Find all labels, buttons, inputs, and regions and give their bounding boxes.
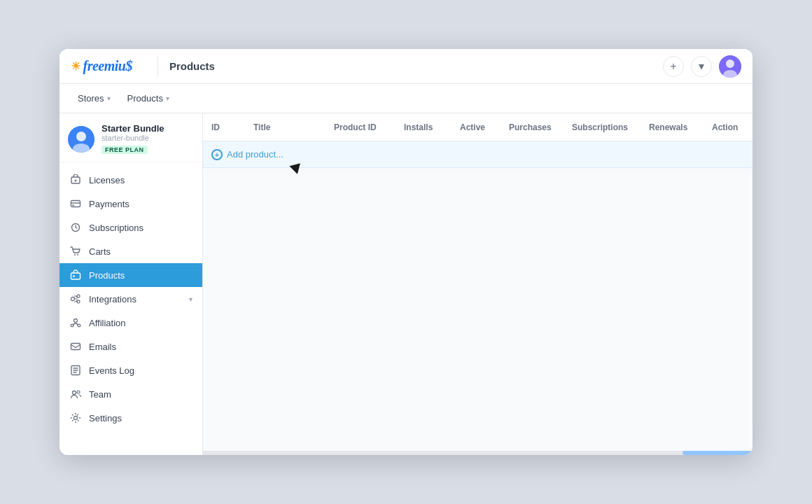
products-label: Products <box>127 93 163 104</box>
store-slug: starter-bundle <box>102 134 194 142</box>
secondary-nav: Stores ▾ Products ▾ <box>59 84 752 113</box>
licenses-icon <box>69 174 82 186</box>
products-nav-button[interactable]: Products ▾ <box>120 90 176 107</box>
th-id: ID <box>203 113 245 141</box>
svg-point-17 <box>77 300 80 303</box>
sidebar-item-team[interactable]: Team <box>59 382 202 406</box>
sidebar: Starter Bundle starter-bundle FREE PLAN … <box>59 113 203 455</box>
products-label: Products <box>89 270 192 281</box>
scrollbar-thumb[interactable] <box>682 451 752 455</box>
store-avatar-image <box>68 126 94 153</box>
sidebar-item-settings[interactable]: Settings <box>59 406 202 430</box>
subscriptions-icon <box>69 221 82 234</box>
svg-point-1 <box>726 59 734 68</box>
svg-rect-9 <box>72 205 74 206</box>
sidebar-item-payments[interactable]: Payments <box>59 192 202 216</box>
table-header: ID Title Product ID Installs Active Purc… <box>203 113 752 141</box>
settings-icon <box>69 412 82 424</box>
events-log-label: Events Log <box>89 365 192 376</box>
payments-icon <box>69 197 82 210</box>
payments-label: Payments <box>89 199 192 209</box>
integrations-label: Integrations <box>89 294 182 304</box>
store-info: Starter Bundle starter-bundle FREE PLAN <box>102 123 194 155</box>
products-chevron-icon: ▾ <box>166 94 169 102</box>
subscriptions-label: Subscriptions <box>89 223 192 233</box>
svg-point-24 <box>77 391 80 393</box>
sidebar-item-integrations[interactable]: Integrations ▾ <box>59 287 202 311</box>
th-active: Active <box>451 113 500 141</box>
products-icon <box>69 269 82 281</box>
svg-point-23 <box>73 391 76 395</box>
sidebar-item-affiliation[interactable]: Affiliation <box>59 311 202 335</box>
stores-label: Stores <box>78 93 104 104</box>
team-label: Team <box>89 389 192 400</box>
carts-label: Carts <box>89 246 192 257</box>
svg-point-25 <box>74 416 78 420</box>
svg-point-11 <box>74 254 76 255</box>
affiliation-icon <box>69 316 82 329</box>
events-log-icon <box>69 364 82 377</box>
avatar[interactable] <box>719 55 741 78</box>
svg-point-15 <box>71 298 75 301</box>
add-button[interactable]: + <box>663 56 684 77</box>
licenses-label: Licenses <box>89 175 192 186</box>
top-bar-right: + ▾ <box>663 55 741 78</box>
sidebar-item-licenses[interactable]: Licenses <box>59 168 202 192</box>
plus-circle-icon: + <box>211 149 223 160</box>
emails-label: Emails <box>89 342 192 352</box>
th-title: Title <box>245 113 326 141</box>
svg-rect-21 <box>71 344 80 350</box>
sidebar-item-subscriptions[interactable]: Subscriptions <box>59 216 202 239</box>
dropdown-button[interactable]: ▾ <box>691 56 712 77</box>
store-header: Starter Bundle starter-bundle FREE PLAN <box>59 113 202 162</box>
sidebar-menu: Licenses Payments Subscriptions <box>59 162 202 435</box>
th-action: Action <box>704 113 752 141</box>
logo: ☀ freemiu$ <box>71 58 132 74</box>
settings-label: Settings <box>89 413 192 424</box>
chevron-down-icon: ▾ <box>699 59 704 73</box>
svg-point-4 <box>76 132 86 141</box>
th-product-id: Product ID <box>326 113 396 141</box>
svg-point-16 <box>77 295 80 298</box>
top-bar: ☀ freemiu$ Products + ▾ <box>59 49 752 84</box>
stores-nav-button[interactable]: Stores ▾ <box>71 90 118 107</box>
store-name: Starter Bundle <box>102 123 194 134</box>
store-plan-badge: FREE PLAN <box>102 146 148 154</box>
carts-icon <box>69 245 82 258</box>
plus-icon: + <box>670 60 676 73</box>
integrations-chevron-icon: ▾ <box>189 295 192 303</box>
svg-rect-14 <box>73 275 75 277</box>
sidebar-item-carts[interactable]: Carts <box>59 239 202 263</box>
stores-chevron-icon: ▾ <box>107 94 111 102</box>
emails-icon <box>69 340 82 353</box>
page-title: Products <box>169 60 663 72</box>
logo-text: freemiu$ <box>83 58 132 74</box>
th-installs: Installs <box>396 113 451 141</box>
svg-point-20 <box>78 324 80 327</box>
svg-point-12 <box>77 254 78 255</box>
th-purchases: Purchases <box>500 113 564 141</box>
divider <box>158 57 158 76</box>
empty-table-area <box>203 168 752 451</box>
main-content: Starter Bundle starter-bundle FREE PLAN … <box>59 113 752 455</box>
add-product-button[interactable]: + Add product... <box>211 149 284 160</box>
team-icon <box>69 388 82 400</box>
svg-point-7 <box>75 180 77 182</box>
svg-point-19 <box>71 324 74 327</box>
sidebar-item-events-log[interactable]: Events Log <box>59 358 202 382</box>
affiliation-label: Affiliation <box>89 318 192 328</box>
sun-icon: ☀ <box>71 59 80 73</box>
svg-point-18 <box>74 319 78 323</box>
sidebar-item-emails[interactable]: Emails <box>59 335 202 358</box>
sidebar-item-products[interactable]: Products <box>59 263 202 287</box>
th-renewals: Renewals <box>640 113 704 141</box>
svg-rect-13 <box>71 273 80 279</box>
table-area: ID Title Product ID Installs Active Purc… <box>203 113 752 455</box>
avatar-image <box>719 55 741 78</box>
store-avatar <box>68 126 94 153</box>
add-product-row: + Add product... <box>203 141 752 168</box>
integrations-icon <box>69 293 82 305</box>
th-subscriptions: Subscriptions <box>564 113 640 141</box>
horizontal-scrollbar[interactable] <box>203 451 752 455</box>
add-product-label: Add product... <box>227 149 284 160</box>
